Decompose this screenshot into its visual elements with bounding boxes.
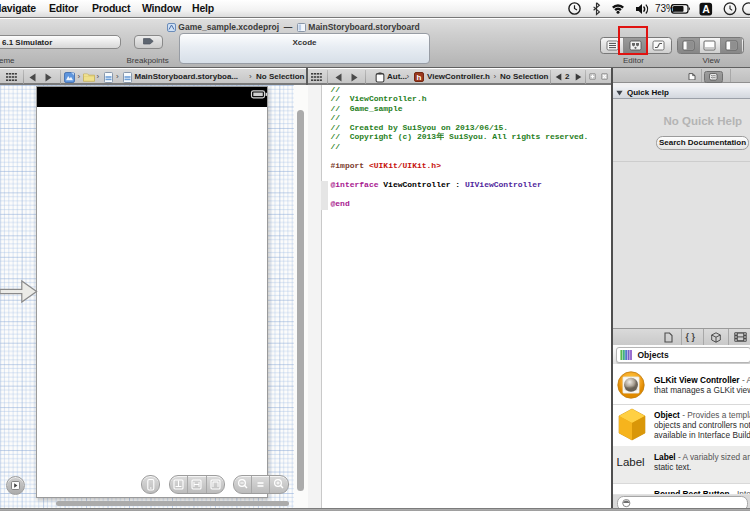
svg-text:h: h	[416, 73, 421, 82]
svg-text:A: A	[702, 3, 710, 15]
